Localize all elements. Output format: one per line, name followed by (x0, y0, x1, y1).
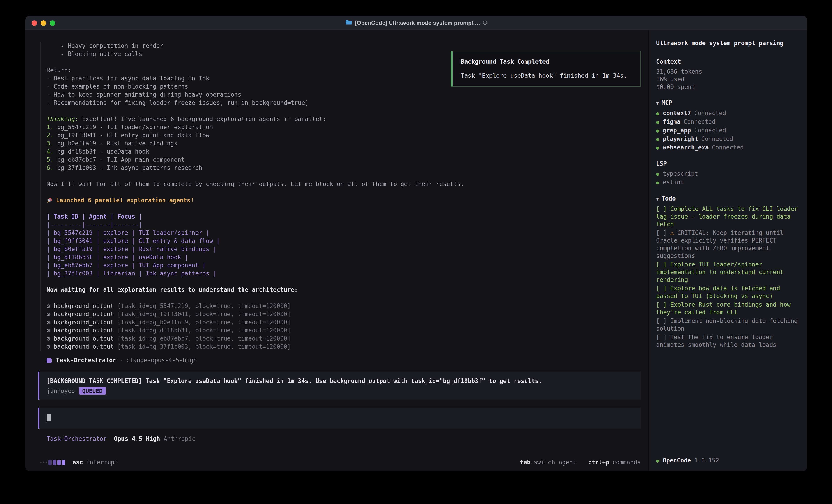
lsp-list: ●typescript●eslint (656, 170, 800, 187)
mcp-item: ●figmaConnected (656, 118, 800, 126)
todo-checkbox: [ ] (656, 205, 670, 212)
window-title-wrap: [OpenCode] Ultrawork mode system prompt … (345, 20, 487, 26)
mcp-name: grep_app (662, 127, 691, 134)
context-section: Context 31,686 tokens 16% used $0.00 spe… (656, 58, 800, 91)
window-title: [OpenCode] Ultrawork mode system prompt … (355, 20, 480, 26)
queued-badge: QUEUED (79, 387, 106, 395)
status-dot-icon: ● (656, 144, 659, 152)
terminal-line: 2. bg_f9ff3041 - CLI entry point and dat… (47, 132, 648, 140)
status-dot-icon: ● (656, 457, 659, 465)
titlebar: [OpenCode] Ultrawork mode system prompt … (25, 16, 807, 30)
tab-key-hint: tab (520, 459, 530, 466)
todo-text: Implement non-blocking data fetching sol… (656, 317, 798, 332)
terminal-line: ⚙ background_output [task_id=bg_df18bb3f… (47, 327, 648, 335)
mcp-status: Connected (701, 135, 733, 143)
separator: · (120, 356, 123, 364)
queued-message-author: junhoyeo (47, 387, 75, 395)
todo-item: [ ] Test the fix to ensure loader animat… (656, 333, 800, 348)
input-agent-row: Task-Orchestrator Opus 4.5 High Anthropi… (47, 435, 648, 443)
terminal-line: Launched 6 parallel exploration agents! (47, 196, 648, 204)
terminal-line (47, 278, 648, 286)
todo-text: Test the fix to ensure loader animates s… (656, 334, 776, 348)
mcp-section: ▼MCP ●context7Connected●figmaConnected●g… (656, 99, 800, 152)
agent-name: Task-Orchestrator (56, 356, 116, 364)
terminal-line: | bg_37f1c003 | librarian | Ink async pa… (47, 270, 648, 278)
terminal-window: [OpenCode] Ultrawork mode system prompt … (25, 16, 807, 471)
gear-icon: ⚙ (47, 335, 54, 342)
mcp-list: ●context7Connected●figmaConnected●grep_a… (656, 109, 800, 152)
chevron-down-icon[interactable]: ▼ (656, 196, 659, 201)
terminal-line (47, 188, 648, 196)
terminal-line: - Recommendations for fixing loader free… (47, 99, 648, 107)
todo-item: [ ] Complete ALL tasks to fix CLI loader… (656, 205, 800, 228)
status-dot-icon: ● (656, 118, 659, 126)
todo-text: Complete ALL tasks to fix CLI loader lag… (656, 205, 798, 228)
app-name: OpenCode (662, 456, 691, 464)
zoom-window-button[interactable] (50, 20, 55, 26)
terminal-line: ⚙ background_output [task_id=bg_eb87ebb7… (47, 335, 648, 343)
main-pane: Background Task Completed Task "Explore … (25, 30, 648, 471)
status-dot-icon: ● (656, 179, 659, 187)
esc-key-label: interrupt (86, 459, 118, 466)
status-dot-icon: ● (656, 136, 659, 143)
lsp-item: ●typescript (656, 170, 800, 178)
sidebar-footer: ● OpenCode 1.0.152 (656, 456, 719, 465)
todo-checkbox: [ ] (656, 334, 670, 340)
todo-heading: Todo (661, 195, 676, 202)
rocket-icon (47, 197, 52, 204)
mcp-item: ●websearch_exaConnected (656, 144, 800, 152)
lsp-name: typescript (662, 170, 698, 177)
status-dot-icon: ● (656, 170, 659, 178)
todo-checkbox: [ ] (656, 317, 670, 324)
gear-icon: ⚙ (47, 303, 54, 309)
queued-message-text: [BACKGROUND TASK COMPLETED] Task "Explor… (47, 376, 634, 385)
terminal-line: | bg_f9ff3041 | explore | CLI entry & da… (47, 237, 648, 245)
background-task-toast: Background Task Completed Task "Explore … (451, 51, 641, 87)
terminal-line: | bg_df18bb3f | explore | useData hook | (47, 253, 648, 261)
terminal-line (47, 204, 648, 213)
status-dot-icon: ● (656, 110, 659, 117)
status-dot-icon: ● (656, 127, 659, 135)
gear-icon: ⚙ (47, 343, 54, 350)
minimize-window-button[interactable] (41, 20, 46, 26)
todo-item: [ ] ⚠ CRITICAL: Keep iterating until Ora… (656, 229, 800, 260)
terminal-line: Now I'll wait for all of them to complet… (47, 180, 648, 188)
mcp-item: ●playwrightConnected (656, 135, 800, 143)
prompt-input[interactable] (38, 408, 641, 428)
agent-icon (47, 358, 52, 363)
mcp-status: Connected (694, 109, 726, 117)
app-version: 1.0.152 (694, 456, 719, 464)
chevron-down-icon[interactable]: ▼ (656, 101, 659, 106)
agent-status-row: Task-Orchestrator · claude-opus-4-5-high (47, 356, 648, 364)
input-provider-name: Anthropic (164, 435, 196, 443)
terminal-line: | bg_b0effa19 | explore | Rust native bi… (47, 245, 648, 253)
lsp-name: eslint (662, 178, 684, 186)
terminal-line: 1. bg_5547c219 - TUI loader/spinner expl… (47, 123, 648, 132)
lsp-section: LSP ●typescript●eslint (656, 160, 800, 187)
terminal-line: |---------|-------|-------| (47, 221, 648, 229)
terminal-line (47, 294, 648, 302)
circle-icon (483, 21, 487, 25)
todo-item: [ ] Explore how data is fetched and pass… (656, 284, 800, 300)
text-cursor (47, 414, 51, 421)
terminal-line: ⚙ background_output [task_id=bg_b0effa19… (47, 318, 648, 327)
session-title: Ultrawork mode system prompt parsing (656, 39, 800, 47)
queued-message-block: [BACKGROUND TASK COMPLETED] Task "Explor… (38, 372, 641, 400)
ctrlp-key-hint: ctrl+p (588, 459, 609, 466)
close-window-button[interactable] (32, 20, 37, 26)
terminal-line: - Heavy computation in render (47, 42, 648, 50)
terminal-line: ⚙ background_output [task_id=bg_5547c219… (47, 302, 648, 310)
context-spent: $0.00 spent (656, 83, 800, 91)
input-agent-name: Task-Orchestrator (47, 435, 107, 443)
lsp-heading: LSP (656, 160, 800, 168)
terminal-line: ⚙ background_output [task_id=bg_f9ff3041… (47, 310, 648, 318)
terminal-line (47, 172, 648, 180)
terminal-output: - Heavy computation in render - Blocking… (40, 42, 648, 351)
context-used: 16% used (656, 76, 800, 83)
sidebar: Ultrawork mode system prompt parsing Con… (648, 30, 807, 471)
screen: [OpenCode] Ultrawork mode system prompt … (0, 0, 832, 504)
folder-icon (345, 20, 352, 26)
terminal-line: Thinking: Excellent! I've launched 6 bac… (47, 115, 648, 123)
lsp-item: ●eslint (656, 178, 800, 187)
mcp-status: Connected (684, 118, 716, 125)
